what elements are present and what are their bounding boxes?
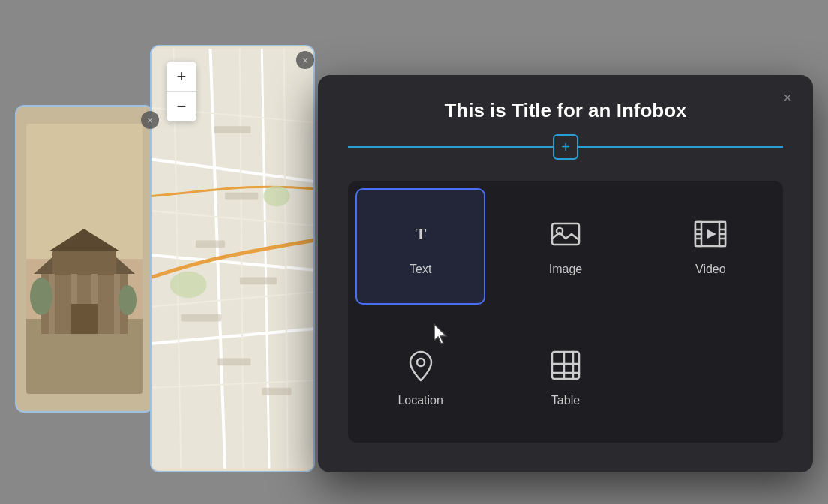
photo-image [26, 124, 142, 394]
location-icon [403, 347, 439, 386]
svg-point-54 [417, 358, 424, 366]
svg-rect-32 [218, 358, 250, 366]
svg-rect-28 [225, 193, 258, 200]
table-label: Table [551, 394, 580, 407]
content-option-table[interactable]: Table [500, 320, 630, 436]
dialog-divider: + [348, 134, 783, 160]
content-option-location[interactable]: Location [356, 320, 485, 436]
location-label: Location [398, 394, 443, 407]
svg-rect-33 [262, 388, 291, 395]
dialog-title: This is Title for an Infobox [348, 99, 783, 122]
svg-rect-11 [71, 304, 98, 334]
svg-rect-27 [214, 126, 250, 134]
svg-point-13 [118, 285, 136, 315]
image-label: Image [549, 262, 582, 276]
svg-rect-29 [196, 240, 225, 248]
zoom-in-button[interactable]: + [166, 62, 196, 92]
photo-card-close[interactable]: × [141, 111, 159, 129]
image-icon [548, 216, 584, 255]
content-type-grid: T Text Image [348, 181, 783, 442]
svg-rect-31 [181, 314, 221, 322]
content-option-text[interactable]: T Text [356, 188, 485, 304]
video-icon [692, 216, 728, 255]
svg-point-12 [30, 278, 52, 315]
map-container: + − [152, 46, 314, 471]
svg-rect-5 [52, 251, 116, 275]
infobox-dialog: × This is Title for an Infobox + T [318, 75, 813, 472]
svg-point-34 [170, 272, 207, 298]
map-card-close[interactable]: × [296, 51, 314, 69]
video-label: Video [695, 262, 726, 276]
table-icon [548, 347, 584, 386]
svg-point-35 [263, 186, 290, 206]
svg-rect-41 [552, 224, 579, 244]
divider-line-left [348, 146, 553, 148]
photo-card [15, 105, 154, 412]
divider-plus-button[interactable]: + [553, 134, 578, 160]
svg-rect-55 [552, 352, 579, 379]
content-option-video[interactable]: Video [646, 188, 776, 304]
content-option-image[interactable]: Image [500, 188, 630, 304]
svg-text:T: T [415, 225, 426, 244]
svg-rect-30 [240, 278, 277, 285]
text-label: Text [410, 262, 431, 276]
svg-marker-53 [707, 230, 716, 238]
dialog-close-button[interactable]: × [777, 87, 798, 108]
zoom-out-button[interactable]: − [166, 92, 196, 122]
text-icon: T [403, 216, 439, 255]
map-controls: + − [166, 62, 196, 122]
divider-line-right [578, 146, 783, 148]
map-card: + − [150, 45, 315, 472]
